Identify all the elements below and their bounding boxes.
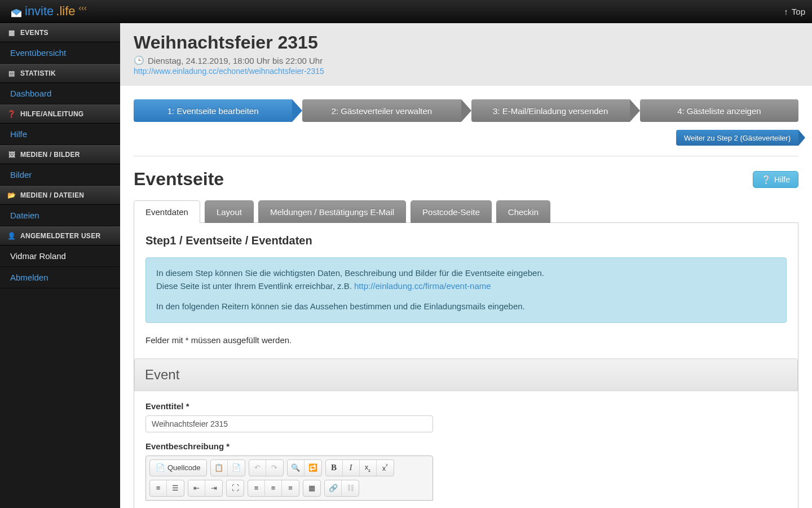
search-icon: 🔍 (291, 463, 300, 472)
brand-accent-icon: ‹‹‹ (79, 3, 87, 12)
info-box: In diesem Step können Sie die wichtigste… (145, 257, 787, 323)
editor-italic-button[interactable]: I (343, 460, 360, 476)
sidebar-header-media-images: 🖼 MEDIEN / BILDER (0, 145, 120, 164)
bold-icon: B (331, 463, 337, 472)
editor-subscript-button[interactable]: x₂ (360, 460, 377, 476)
info-line-3: In den folgenden Reitern können sie das … (156, 300, 776, 313)
tab-panel: Step1 / Eventseite / Eventdaten In diese… (134, 223, 798, 508)
topbar: invite.life‹‹‹ ↑ Top (0, 0, 812, 23)
unordered-list-icon: ☰ (172, 484, 179, 492)
align-center-icon: ≡ (271, 484, 276, 492)
ordered-list-icon: ≡ (156, 484, 161, 492)
table-icon: ▦ (308, 484, 315, 492)
envelope-icon (10, 7, 23, 16)
italic-icon: I (350, 463, 352, 472)
sidebar-item-files[interactable]: Dateien (0, 205, 120, 226)
folder-icon: 📂 (8, 191, 16, 199)
wizard-step-4[interactable]: 4: Gästeliste anzeigen (640, 99, 798, 122)
editor-table-button[interactable]: ▦ (303, 480, 320, 496)
editor-align-left-button[interactable]: ≡ (248, 480, 265, 496)
editor-superscript-button[interactable]: x² (377, 460, 394, 476)
undo-icon: ↶ (254, 463, 261, 472)
sidebar-item-help[interactable]: Hilfe (0, 124, 120, 145)
sidebar-header-label: EVENTS (20, 29, 48, 37)
redo-icon: ↷ (271, 463, 277, 472)
event-title-input[interactable] (145, 415, 433, 432)
code-icon: 📄 (156, 463, 165, 472)
info-line-2-prefix: Diese Seite ist unter Ihrem Eventlink er… (156, 281, 354, 291)
editor-indent-button[interactable]: ⇥ (205, 480, 222, 496)
indent-icon: ⇥ (211, 484, 217, 492)
top-link-label: Top (792, 7, 805, 16)
sidebar-header-label: MEDIEN / DATEIEN (20, 191, 84, 199)
help-circle-icon: ❔ (761, 175, 771, 184)
editor-find-button[interactable]: 🔍 (288, 460, 304, 476)
align-right-icon: ≡ (288, 484, 293, 492)
sidebar-header-media-files: 📂 MEDIEN / DATEIEN (0, 186, 120, 205)
sidebar-item-dashboard[interactable]: Dashboard (0, 83, 120, 104)
editor-ul-button[interactable]: ☰ (167, 480, 184, 496)
tab-layout[interactable]: Layout (205, 200, 254, 223)
editor-align-center-button[interactable]: ≡ (265, 480, 282, 496)
bars-icon: ▤ (8, 69, 16, 77)
sidebar-item-logout[interactable]: Abmelden (0, 267, 120, 288)
next-step-button[interactable]: Weiter zu Step 2 (Gästeverteiler) (676, 130, 798, 146)
sidebar-header-label: MEDIEN / BILDER (20, 151, 80, 159)
page-title: Weihnachtsfeier 2315 (134, 32, 798, 53)
wizard-step-3[interactable]: 3: E-Mail/Einladung versenden (471, 99, 630, 122)
sidebar-header-events: ▦ EVENTS (0, 23, 120, 42)
editor-bold-button[interactable]: B (326, 460, 343, 476)
wizard-steps: 1: Eventseite bearbeiten 2: Gästeverteil… (134, 99, 798, 122)
editor-link-button[interactable]: 🔗 (325, 480, 342, 496)
tab-eventdaten[interactable]: Eventdaten (134, 200, 200, 223)
editor-ol-button[interactable]: ≡ (150, 480, 167, 496)
sidebar-header-label: STATISTIK (20, 69, 56, 77)
editor-fullscreen-button[interactable]: ⛶ (227, 480, 244, 496)
superscript-icon: x² (382, 463, 388, 472)
user-icon: 👤 (8, 232, 16, 240)
event-title-label: Eventtitel * (145, 401, 787, 411)
rich-text-editor-toolbar: 📄 Quellcode 📋 📄 ↶ ↷ (145, 456, 433, 501)
main-content: Weihnachtsfeier 2315 🕒 Dienstag, 24.12.2… (120, 23, 812, 508)
info-example-link[interactable]: http://einladung.cc/firma/event-name (354, 281, 491, 291)
tab-checkin[interactable]: Checkin (496, 200, 550, 223)
wizard-step-2[interactable]: 2: Gästeverteiler verwalten (302, 99, 461, 122)
editor-paste-button[interactable]: 📄 (228, 460, 245, 476)
back-to-top-link[interactable]: ↑ Top (784, 7, 805, 16)
tab-bar: Eventdaten Layout Meldungen / Bestätigun… (134, 200, 798, 223)
brand-logo[interactable]: invite.life‹‹‹ (10, 4, 86, 19)
editor-align-right-button[interactable]: ≡ (282, 480, 299, 496)
editor-source-button[interactable]: 📄 Quellcode (150, 460, 206, 476)
tab-meldungen[interactable]: Meldungen / Bestätigungs E-Mail (258, 200, 406, 223)
editor-replace-button[interactable]: 🔁 (304, 460, 321, 476)
wizard-step-1[interactable]: 1: Eventseite bearbeiten (134, 99, 292, 122)
brand-text-primary: invite (25, 4, 54, 19)
unlink-icon: ⛓ (347, 484, 354, 492)
clock-icon: 🕒 (134, 55, 144, 65)
tab-postcode[interactable]: Postcode-Seite (411, 200, 492, 223)
sidebar-header-label: ANGEMELDETER USER (20, 232, 100, 240)
sidebar-item-images[interactable]: Bilder (0, 164, 120, 186)
help-button[interactable]: ❔ Hilfe (753, 171, 798, 188)
sidebar-header-label: HILFE/ANLEITUNG (20, 110, 84, 118)
help-icon: ❓ (8, 110, 16, 118)
editor-redo-button[interactable]: ↷ (266, 460, 283, 476)
sidebar-header-statistik: ▤ STATISTIK (0, 64, 120, 83)
grid-icon: ▦ (8, 29, 16, 37)
brand-text-secondary: .life (56, 4, 75, 19)
info-line-1: In diesem Step können Sie die wichtigste… (156, 268, 544, 278)
editor-unlink-button[interactable]: ⛓ (342, 480, 359, 496)
sidebar-item-event-overview[interactable]: Eventübersicht (0, 42, 120, 64)
align-left-icon: ≡ (254, 484, 259, 492)
editor-source-label: Quellcode (167, 463, 201, 472)
sidebar-header-help: ❓ HILFE/ANLEITUNG (0, 104, 120, 124)
page-subtitle: 🕒 Dienstag, 24.12.2019, 18:00 Uhr bis 22… (134, 55, 798, 65)
replace-icon: 🔁 (308, 463, 317, 472)
editor-undo-button[interactable]: ↶ (249, 460, 266, 476)
outdent-icon: ⇤ (193, 484, 200, 492)
editor-outdent-button[interactable]: ⇤ (188, 480, 205, 496)
subscript-icon: x₂ (365, 463, 371, 473)
editor-copy-button[interactable]: 📋 (211, 460, 228, 476)
fullscreen-icon: ⛶ (232, 484, 239, 492)
event-url-link[interactable]: http://www.einladung.cc/echonet/weihnach… (134, 67, 324, 76)
